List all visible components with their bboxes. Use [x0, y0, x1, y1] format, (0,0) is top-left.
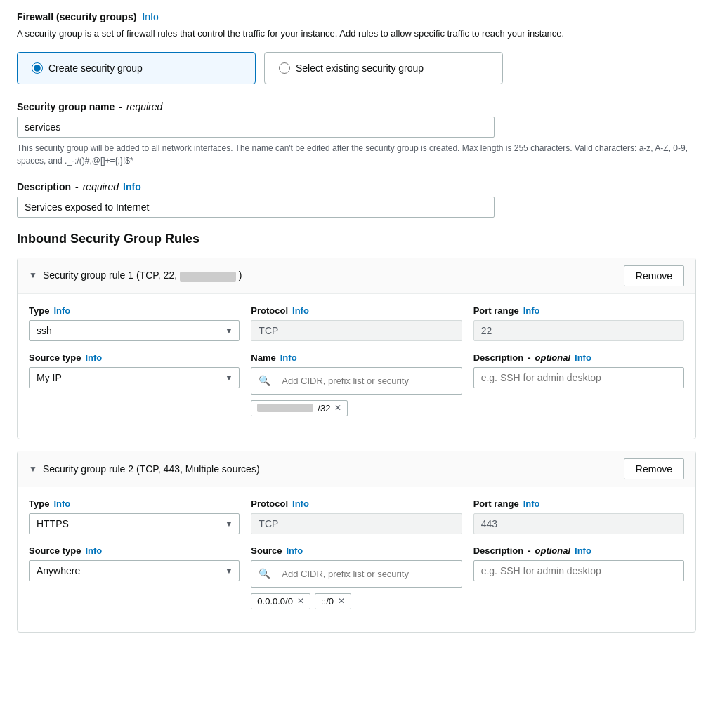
rule-2-title: Security group rule 2 (TCP, 443, Multipl… [43, 463, 260, 475]
rule-2-tag-1: 0.0.0.0/0 ✕ [251, 593, 310, 609]
rule-2-source-search-input[interactable] [275, 564, 454, 583]
rule-1-tag-1-blurred [257, 404, 313, 412]
rule-1-tags-row: /32 ✕ [251, 400, 462, 416]
rule-1-port-range-field: Port range Info 22 [473, 305, 684, 341]
rule-1-source-type-select[interactable]: My IP [29, 367, 240, 388]
rule-2-type-select[interactable]: HTTPS [29, 513, 240, 534]
description-label: Description - required Info [17, 181, 696, 192]
firewall-header: Firewall (security groups) Info [17, 11, 696, 22]
security-group-name-field: Security group name - required This secu… [17, 101, 696, 167]
rule-2-remove-button[interactable]: Remove [624, 458, 684, 479]
rule-2-type-field: Type Info HTTPS ▼ [29, 498, 240, 534]
description-input[interactable] [17, 197, 495, 218]
firewall-title: Firewall (security groups) [17, 11, 136, 22]
rule-1-protocol-info-link[interactable]: Info [292, 305, 309, 316]
rule-1-type-select-wrapper: ssh ▼ [29, 320, 240, 341]
rule-1-desc-info-link[interactable]: Info [575, 352, 591, 363]
rule-1-name-search-wrapper[interactable]: 🔍 [251, 367, 462, 395]
rule-1-name-info-link[interactable]: Info [280, 352, 297, 363]
rule-card-1: ▼ Security group rule 1 (TCP, 22, ) Remo… [17, 258, 696, 439]
rule-1-type-info-link[interactable]: Info [53, 305, 70, 316]
rule-2-port-range-value: 443 [473, 513, 684, 534]
page-container: Firewall (security groups) Info A securi… [0, 0, 713, 655]
rule-2-type-info-link[interactable]: Info [53, 498, 70, 509]
rule-1-name-field: Name Info 🔍 /32 ✕ [251, 352, 462, 416]
rule-2-desc-input[interactable] [473, 560, 684, 581]
select-security-group-radio[interactable] [279, 62, 290, 74]
security-group-name-input[interactable] [17, 117, 495, 138]
description-info-link[interactable]: Info [123, 181, 141, 192]
firewall-info-link[interactable]: Info [142, 11, 158, 22]
rule-1-header-left: ▼ Security group rule 1 (TCP, 22, ) [29, 270, 242, 281]
rule-2-header-left: ▼ Security group rule 2 (TCP, 443, Multi… [29, 463, 260, 475]
rule-2-protocol-field: Protocol Info TCP [251, 498, 462, 534]
rule-1-title: Security group rule 1 (TCP, 22, ) [43, 270, 242, 281]
firewall-description: A security group is a set of firewall ru… [17, 27, 696, 41]
description-field: Description - required Info [17, 181, 696, 218]
radio-options-row: Create security group Select existing se… [17, 52, 696, 84]
rule-2-desc-info-link[interactable]: Info [575, 545, 591, 556]
rule-2-chevron-icon: ▼ [29, 464, 37, 474]
rule-1-source-type-info-link[interactable]: Info [85, 352, 102, 363]
rule-2-tag-2: ::/0 ✕ [315, 593, 351, 609]
rule-2-tags-row: 0.0.0.0/0 ✕ ::/0 ✕ [251, 593, 462, 609]
rule-1-tag-1: /32 ✕ [251, 400, 348, 416]
rule-1-protocol-value: TCP [251, 320, 462, 341]
rule-1-header: ▼ Security group rule 1 (TCP, 22, ) Remo… [18, 258, 695, 294]
rule-1-source-type-select-wrapper: My IP ▼ [29, 367, 240, 388]
rule-2-source-info-link[interactable]: Info [286, 545, 303, 556]
rule-2-source-search-icon: 🔍 [259, 568, 270, 579]
rule-2-source-field: Source Info 🔍 0.0.0.0/0 ✕ ::/0 [251, 545, 462, 609]
rule-1-chevron-icon: ▼ [29, 270, 37, 280]
rule-2-protocol-value: TCP [251, 513, 462, 534]
rule-1-body: Type Info ssh ▼ Protocol Info [18, 294, 695, 439]
create-security-group-option[interactable]: Create security group [17, 52, 256, 84]
rule-1-name-search-input[interactable] [275, 371, 454, 390]
rule-2-source-type-info-link[interactable]: Info [85, 545, 102, 556]
rule-2-source-type-field: Source type Info Anywhere ▼ [29, 545, 240, 609]
rule-2-port-range-field: Port range Info 443 [473, 498, 684, 534]
rule-1-type-field: Type Info ssh ▼ [29, 305, 240, 341]
rule-1-fields-row-2: Source type Info My IP ▼ Name Info [29, 352, 684, 416]
rule-2-source-type-select[interactable]: Anywhere [29, 560, 240, 581]
rule-1-description-field: Description - optional Info [473, 352, 684, 416]
rule-1-fields-row-1: Type Info ssh ▼ Protocol Info [29, 305, 684, 341]
rule-2-tag-1-label: 0.0.0.0/0 [257, 596, 293, 607]
rule-1-tag-1-remove-icon[interactable]: ✕ [334, 404, 341, 412]
rule-1-desc-input[interactable] [473, 367, 684, 388]
inbound-rules-title: Inbound Security Group Rules [17, 232, 696, 246]
rule-1-port-range-info-link[interactable]: Info [523, 305, 540, 316]
rule-2-header: ▼ Security group rule 2 (TCP, 443, Multi… [18, 451, 695, 487]
rule-2-tag-2-remove-icon[interactable]: ✕ [338, 597, 345, 605]
create-security-group-label: Create security group [48, 62, 143, 74]
rule-2-type-select-wrapper: HTTPS ▼ [29, 513, 240, 534]
rule-2-fields-row-2: Source type Info Anywhere ▼ Source Info [29, 545, 684, 609]
rule-2-body: Type Info HTTPS ▼ Protocol Info [18, 487, 695, 632]
rule-card-2: ▼ Security group rule 2 (TCP, 443, Multi… [17, 451, 696, 633]
rule-1-blurred-ip [180, 272, 236, 282]
rule-1-type-select[interactable]: ssh [29, 320, 240, 341]
rule-2-tag-1-remove-icon[interactable]: ✕ [297, 597, 304, 605]
rule-2-fields-row-1: Type Info HTTPS ▼ Protocol Info [29, 498, 684, 534]
rule-2-source-type-select-wrapper: Anywhere ▼ [29, 560, 240, 581]
security-group-name-hint: This security group will be added to all… [17, 142, 696, 167]
rule-2-source-search-wrapper[interactable]: 🔍 [251, 560, 462, 588]
rule-1-name-search-icon: 🔍 [259, 375, 270, 386]
rule-2-port-range-info-link[interactable]: Info [523, 498, 540, 509]
select-security-group-label: Select existing security group [296, 62, 424, 74]
select-security-group-option[interactable]: Select existing security group [264, 52, 503, 84]
rule-1-port-range-value: 22 [473, 320, 684, 341]
rule-2-tag-2-label: ::/0 [321, 596, 334, 607]
rule-2-description-field: Description - optional Info [473, 545, 684, 609]
create-security-group-radio[interactable] [32, 62, 43, 74]
security-group-name-label: Security group name - required [17, 101, 696, 112]
rule-1-source-type-field: Source type Info My IP ▼ [29, 352, 240, 416]
rule-2-protocol-info-link[interactable]: Info [292, 498, 309, 509]
rule-1-remove-button[interactable]: Remove [624, 265, 684, 286]
rule-1-protocol-field: Protocol Info TCP [251, 305, 462, 341]
